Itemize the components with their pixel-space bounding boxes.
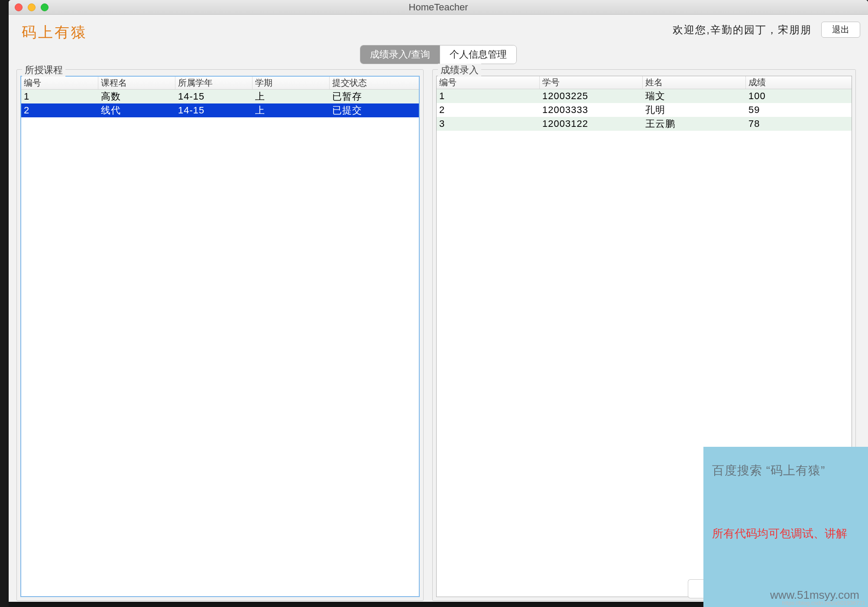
cell-id: 2 <box>437 104 540 116</box>
segmented-control: 成绩录入/查询 个人信息管理 <box>360 45 516 64</box>
cell-status: 已提交 <box>330 104 419 117</box>
cell-id: 3 <box>437 118 540 129</box>
col-term[interactable]: 学期 <box>253 77 330 89</box>
tab-grades[interactable]: 成绩录入/查询 <box>360 45 439 64</box>
courses-table: 编号 课程名 所属学年 学期 提交状态 1 高数 14-15 上 已暂存 <box>20 76 420 597</box>
grades-header: 编号 学号 姓名 成绩 <box>437 76 852 89</box>
cell-term: 上 <box>253 90 330 103</box>
cell-name: 瑞文 <box>643 90 746 103</box>
col-name[interactable]: 姓名 <box>643 76 746 89</box>
minimize-icon[interactable] <box>28 3 36 11</box>
maximize-icon[interactable] <box>41 3 49 11</box>
col-status[interactable]: 提交状态 <box>330 77 419 89</box>
table-row[interactable]: 2 12003333 孔明 59 <box>437 103 852 117</box>
cell-course: 线代 <box>98 104 175 117</box>
col-id[interactable]: 编号 <box>437 76 540 89</box>
close-icon[interactable] <box>15 3 23 11</box>
cell-id: 2 <box>21 105 98 116</box>
cell-year: 14-15 <box>175 91 253 102</box>
cell-id: 1 <box>21 91 98 102</box>
table-row[interactable]: 1 高数 14-15 上 已暂存 <box>21 90 419 103</box>
col-score[interactable]: 成绩 <box>746 76 852 89</box>
banner-line1: 百度搜索 “码上有猿” <box>712 462 859 479</box>
table-row[interactable]: 1 12003225 瑞文 100 <box>437 89 852 103</box>
logout-button[interactable]: 退出 <box>821 22 860 38</box>
table-row[interactable]: 2 线代 14-15 上 已提交 <box>21 103 419 117</box>
cell-score: 59 <box>746 104 852 116</box>
cell-student-id: 12003122 <box>540 118 643 129</box>
cell-year: 14-15 <box>175 105 253 116</box>
app-logo: 码上有猿 <box>16 19 87 42</box>
cell-student-id: 12003333 <box>540 104 643 116</box>
courses-group: 所授课程 编号 课程名 所属学年 学期 提交状态 1 高数 14-15 上 <box>16 69 424 601</box>
tab-profile[interactable]: 个人信息管理 <box>440 45 516 64</box>
table-row[interactable]: 3 12003122 王云鹏 78 <box>437 117 852 131</box>
greeting-wrap: 欢迎您,辛勤的园丁，宋朋朋 退出 <box>673 19 860 38</box>
background-sliver <box>0 0 9 607</box>
window-title: HomeTeacher <box>9 2 868 13</box>
courses-group-label: 所授课程 <box>22 64 65 77</box>
cell-score: 100 <box>746 90 852 102</box>
header-row: 码上有猿 欢迎您,辛勤的园丁，宋朋朋 退出 <box>16 19 860 44</box>
col-year[interactable]: 所属学年 <box>175 77 253 89</box>
cell-score: 78 <box>746 118 852 129</box>
cell-status: 已暂存 <box>330 90 419 103</box>
tab-bar: 成绩录入/查询 个人信息管理 <box>16 45 860 64</box>
col-id[interactable]: 编号 <box>21 77 98 89</box>
cell-name: 王云鹏 <box>643 117 746 130</box>
courses-header: 编号 课程名 所属学年 学期 提交状态 <box>21 77 419 90</box>
grades-group-label: 成绩录入 <box>438 64 481 77</box>
traffic-lights <box>9 3 49 11</box>
cell-course: 高数 <box>98 90 175 103</box>
cell-name: 孔明 <box>643 103 746 116</box>
cell-student-id: 12003225 <box>540 90 643 102</box>
banner-line2: 所有代码均可包调试、讲解 <box>712 526 859 541</box>
cell-term: 上 <box>253 104 330 117</box>
csdn-watermark: https://blog.csdn.net/a501936721 <box>782 600 865 606</box>
col-course[interactable]: 课程名 <box>98 77 175 89</box>
col-student-id[interactable]: 学号 <box>540 76 643 89</box>
cell-id: 1 <box>437 90 540 102</box>
titlebar: HomeTeacher <box>9 0 868 15</box>
greeting-text: 欢迎您,辛勤的园丁，宋朋朋 <box>673 23 812 37</box>
promo-banner: 百度搜索 “码上有猿” 所有代码均可包调试、讲解 www.51msyy.com <box>703 447 868 607</box>
partial-button[interactable] <box>688 579 703 598</box>
